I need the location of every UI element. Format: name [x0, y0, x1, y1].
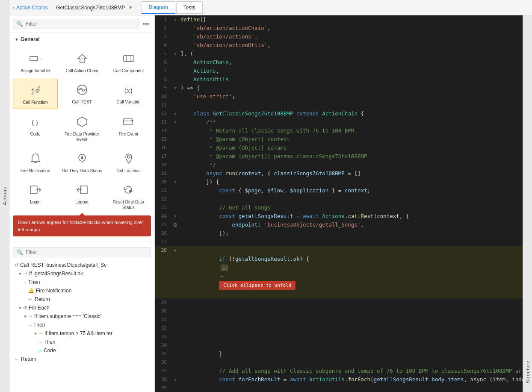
line-content-39	[179, 384, 523, 392]
fire-event-label: Fire Event	[119, 131, 139, 137]
line-content-25: endpoint: 'businessObjects/getall_Songs'…	[179, 221, 523, 229]
line-num-27: 27	[155, 238, 172, 246]
line-num-34: 34	[155, 341, 172, 350]
tree-then-3[interactable]: → Then	[13, 338, 151, 346]
call-rest-item[interactable]: Call REST	[59, 79, 104, 109]
call-component-item[interactable]: Call Component	[106, 47, 151, 77]
line-content-19: async run(context, { classicSongs76to108…	[179, 169, 523, 178]
code-line-5: 5 ▼ ], (	[155, 50, 523, 58]
code-line-19: 19 async run(context, { classicSongs76to…	[155, 169, 523, 178]
tree-foreach-label: For Each	[29, 305, 50, 311]
get-location-item[interactable]: Get Location	[106, 147, 151, 177]
code-line-26: 26 });	[155, 229, 523, 238]
call-action-chain-item[interactable]: ↗ Call Action Chain	[59, 47, 104, 77]
tree-if-1-label: If !getallSongsResult.ok	[29, 271, 83, 277]
tree-fire-notification[interactable]: 🔔 Fire Notification	[13, 286, 151, 295]
if-3-icon: ⊣	[38, 331, 43, 336]
code-line-7: 7 Actions,	[155, 67, 523, 75]
back-arrow-icon: ‹	[13, 5, 15, 11]
breadcrumb-back[interactable]: ‹ Action Chains	[13, 5, 48, 11]
svg-text:→: →	[38, 56, 42, 61]
code-line-30: 30	[155, 307, 523, 315]
tree-if-3[interactable]: ▼ ⊣ If item.tempo > 75 && item.ter	[13, 329, 151, 338]
fold-9[interactable]: ▼	[172, 84, 179, 92]
fold-5[interactable]: ▼	[172, 50, 179, 58]
get-dirty-data-item[interactable]: Get Dirty Data Status	[59, 147, 104, 177]
line-content-18: */	[179, 161, 523, 169]
fold-24[interactable]: ▼	[172, 212, 179, 221]
fold-1[interactable]: ▼	[172, 15, 179, 24]
fire-notification-icon	[28, 151, 43, 166]
line-content-13: /**	[179, 118, 523, 127]
tab-tests[interactable]: Tests	[176, 1, 203, 14]
line-content-28: if (!getallSongsResult.ok) { … ← Click e…	[179, 246, 523, 298]
tree-if-1[interactable]: ▼ ⊣ If !getallSongsResult.ok	[13, 269, 151, 278]
tree-code[interactable]: js Code	[13, 346, 151, 355]
fire-notification-item[interactable]: Fire Notification	[13, 147, 58, 177]
line-content-4: 'vb/action/actionUtils',	[179, 41, 523, 50]
fold-28[interactable]: ►	[172, 246, 179, 255]
fire-event-item[interactable]: + Fire Event	[106, 111, 151, 146]
then-1-arrow: →	[23, 280, 27, 285]
fold-20[interactable]: ▼	[172, 178, 179, 186]
structure-side-tab[interactable]: Structure	[523, 15, 532, 392]
tree-foreach[interactable]: ▼ ↺ For Each	[13, 304, 151, 312]
breadcrumb-parent[interactable]: Action Chains	[16, 5, 48, 11]
fold-13[interactable]: ▼	[172, 118, 179, 127]
fold-38[interactable]: ▼	[172, 375, 179, 384]
return-2-icon: ←	[15, 357, 19, 362]
line-content-10: 'use strict';	[179, 92, 523, 101]
line-content-17: * @param {object[]} params.classicSongs7…	[179, 152, 523, 161]
if-icon: ⊣	[23, 271, 27, 277]
line-num-28: 28	[155, 246, 172, 255]
assign-variable-icon: →	[28, 51, 43, 66]
login-item[interactable]: Login	[13, 179, 58, 214]
svg-text:{}: {}	[31, 118, 39, 127]
tree-call-rest[interactable]: ↺ Call REST 'businessObjects/getall_Sc	[13, 261, 151, 269]
code-line-22: 22	[155, 195, 523, 203]
panel-search-area: 🔍 •••	[9, 15, 154, 33]
code-editor[interactable]: 1 ▼ define([ 2 'vb/action/actionChain', …	[155, 15, 523, 392]
tree-return-2[interactable]: ← Return	[13, 355, 151, 363]
tree-then-2[interactable]: → Then	[13, 321, 151, 329]
filter-input[interactable]	[26, 21, 135, 27]
fold-12[interactable]: ▼	[172, 109, 179, 118]
tooltip-text: Down arrows appear for foldable blocks w…	[18, 220, 143, 232]
call-variable-label: Call Variable	[117, 99, 141, 105]
call-function-label: Call Function	[23, 100, 47, 105]
reset-dirty-icon	[121, 182, 136, 197]
actions-side-tab[interactable]: Actions	[0, 0, 9, 392]
assign-variable-item[interactable]: → Assign Variable	[13, 47, 58, 77]
code-line-11: 11	[155, 101, 523, 109]
breadcrumb-separator: |	[51, 5, 53, 11]
get-dirty-data-label: Get Dirty Data Status	[62, 168, 102, 174]
get-location-icon	[121, 151, 136, 166]
call-function-item[interactable]: js() Call Function	[13, 79, 58, 109]
dropdown-arrow-icon[interactable]: ▼	[129, 5, 133, 10]
line-num-9: 9	[155, 84, 172, 92]
reset-dirty-item[interactable]: Reset Dirty Data Status	[106, 179, 151, 214]
logout-item[interactable]: Logout	[59, 179, 104, 214]
if-2-arrow: ▼	[23, 314, 27, 319]
ellipsis-badge[interactable]: …	[221, 265, 228, 271]
line-content-5: ], (	[179, 50, 523, 58]
code-line-3: 3 'vb/action/actions',	[155, 32, 523, 41]
svg-text:(x): (x)	[124, 87, 133, 94]
code-item[interactable]: {} Code	[13, 111, 58, 146]
line-num-16: 16	[155, 144, 172, 152]
fire-data-provider-item[interactable]: ↑ Fire Data Provider Event	[59, 111, 104, 146]
line-num-7: 7	[155, 67, 172, 75]
call-variable-item[interactable]: (x) Call Variable	[106, 79, 151, 109]
code-line-8: 8 ActionUtils	[155, 75, 523, 84]
tree-then-1[interactable]: → Then	[13, 278, 151, 286]
flow-filter-input[interactable]	[26, 249, 147, 255]
tab-diagram[interactable]: Diagram	[142, 1, 175, 14]
code-line-39: 39	[155, 384, 523, 392]
tree-if-2[interactable]: ▼ ⊣ If item.subgenre === 'Classic'	[13, 312, 151, 321]
line-num-19: 19	[155, 169, 172, 178]
section-collapse-icon[interactable]: ▼	[15, 37, 19, 42]
call-function-icon: js()	[28, 83, 43, 98]
code-line-34: 34	[155, 341, 523, 350]
tree-return-1[interactable]: ← Return	[13, 295, 151, 304]
more-button[interactable]: •••	[141, 19, 151, 29]
